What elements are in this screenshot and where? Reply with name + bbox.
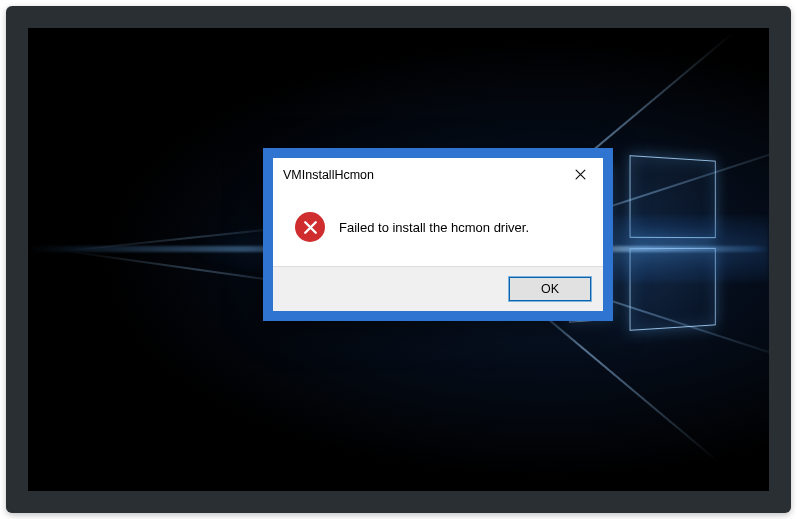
- error-dialog: VMInstallHcmon Failed to install the hcm…: [263, 148, 613, 321]
- dialog-title: VMInstallHcmon: [283, 168, 374, 182]
- close-button[interactable]: [565, 164, 595, 186]
- dialog-inner: VMInstallHcmon Failed to install the hcm…: [273, 158, 603, 311]
- dialog-body: Failed to install the hcmon driver.: [273, 192, 603, 266]
- screen: VMInstallHcmon Failed to install the hcm…: [28, 28, 769, 491]
- ok-button-label: OK: [541, 282, 559, 296]
- dialog-titlebar: VMInstallHcmon: [273, 158, 603, 192]
- close-icon: [575, 166, 586, 184]
- error-icon: [295, 212, 325, 242]
- ok-button[interactable]: OK: [509, 277, 591, 301]
- dialog-message: Failed to install the hcmon driver.: [339, 220, 529, 235]
- monitor-frame: VMInstallHcmon Failed to install the hcm…: [6, 6, 791, 513]
- dialog-footer: OK: [273, 266, 603, 311]
